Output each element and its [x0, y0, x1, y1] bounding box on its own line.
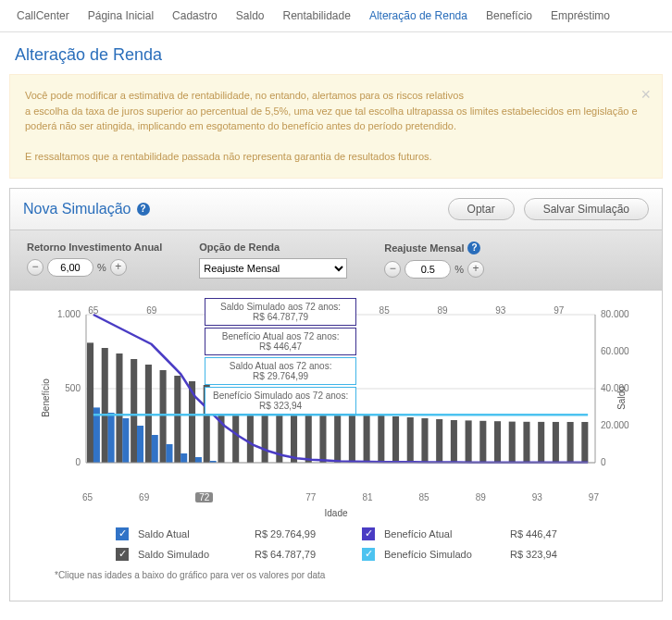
tab-página-inicial[interactable]: Página Inicial — [79, 4, 163, 28]
panel-title: Nova Simulação ? — [23, 201, 150, 217]
help-icon[interactable]: ? — [467, 242, 480, 254]
plus-icon[interactable]: + — [467, 261, 484, 278]
chart-area: 05001.000020.00040.00060.00080.000656973… — [10, 291, 662, 601]
legend-value: R$ 323,94 — [510, 549, 593, 560]
svg-rect-24 — [116, 353, 122, 463]
svg-rect-31 — [166, 444, 172, 463]
tab-empréstimo[interactable]: Empréstimo — [541, 4, 619, 28]
tooltip-stack: Saldo Simulado aos 72 anos:R$ 64.787,79 … — [205, 298, 356, 415]
plus-icon[interactable]: + — [110, 259, 127, 276]
svg-rect-35 — [195, 457, 202, 463]
tooltip-saldo-simulado: Saldo Simulado aos 72 anos:R$ 64.787,79 — [205, 298, 356, 326]
pct-label: % — [454, 264, 464, 275]
close-icon[interactable]: × — [641, 82, 651, 107]
minus-icon[interactable]: − — [27, 259, 44, 276]
alert-line: a escolha da taxa de juros superior ao p… — [25, 104, 647, 134]
svg-rect-64 — [407, 417, 414, 463]
svg-text:500: 500 — [65, 383, 81, 393]
svg-rect-26 — [131, 359, 137, 463]
legend-label: Benefício Simulado — [384, 549, 504, 560]
svg-rect-68 — [436, 419, 442, 463]
retorno-control: Retorno Investimento Anual − % + — [27, 242, 162, 279]
svg-rect-22 — [102, 348, 108, 463]
svg-text:80.000: 80.000 — [601, 309, 629, 319]
tooltip-beneficio-atual: Benefício Atual aos 72 anos:R$ 446,47 — [205, 328, 356, 355]
tab-alteração-de-renda[interactable]: Alteração de Renda — [360, 4, 477, 28]
legend-swatch-beneficio-atual: ✓ — [362, 527, 375, 540]
reajuste-control: Reajuste Mensal ? − % + — [384, 242, 484, 279]
age-tick[interactable]: 69 — [139, 492, 149, 502]
salvar-button[interactable]: Salvar Simulação — [524, 198, 649, 220]
age-ticks-bottom: 656972778185899397 — [32, 492, 640, 502]
age-tick[interactable]: 89 — [476, 492, 486, 502]
pct-label: % — [97, 262, 106, 273]
panel-header: Nova Simulação ? Optar Salvar Simulação — [10, 189, 662, 229]
page-title: Alteração de Renda — [0, 32, 672, 74]
reajuste-input[interactable] — [404, 260, 451, 279]
svg-rect-58 — [364, 415, 370, 463]
svg-rect-76 — [494, 421, 501, 463]
y-left-title: Benefício — [41, 378, 51, 416]
svg-text:1.000: 1.000 — [57, 309, 81, 319]
legend-label: Benefício Atual — [384, 528, 504, 539]
legend-value: R$ 446,47 — [510, 528, 593, 539]
svg-rect-78 — [509, 421, 516, 462]
age-tick[interactable]: 93 — [532, 492, 542, 502]
tab-benefício[interactable]: Benefício — [477, 4, 541, 28]
svg-rect-80 — [523, 421, 529, 462]
retorno-input[interactable] — [47, 258, 93, 277]
svg-text:85: 85 — [380, 305, 391, 316]
svg-rect-23 — [108, 413, 115, 463]
tab-cadastro[interactable]: Cadastro — [163, 4, 227, 28]
svg-text:93: 93 — [495, 305, 506, 316]
age-tick[interactable]: 77 — [305, 492, 316, 502]
legend-value: R$ 29.764,99 — [255, 528, 356, 539]
svg-rect-30 — [160, 370, 167, 463]
svg-rect-29 — [152, 435, 158, 463]
svg-text:89: 89 — [437, 305, 448, 316]
svg-rect-56 — [349, 413, 355, 463]
svg-rect-72 — [466, 420, 472, 463]
opcao-select[interactable]: Reajuste Mensal — [199, 258, 347, 279]
legend-swatch-saldo-simulado: ✓ — [116, 548, 129, 561]
svg-rect-33 — [180, 453, 187, 463]
tab-saldo[interactable]: Saldo — [227, 4, 274, 28]
controls-bar: Retorno Investimento Anual − % + Opção d… — [10, 229, 662, 291]
reajuste-label: Reajuste Mensal ? — [384, 242, 484, 254]
legend: ✓ Saldo Atual R$ 29.764,99 ✓ Benefício A… — [32, 527, 640, 570]
retorno-label: Retorno Investimento Anual — [27, 242, 162, 253]
svg-rect-62 — [392, 416, 399, 463]
alert-line: E ressaltamos que a rentabilidade passad… — [25, 149, 647, 165]
svg-rect-82 — [538, 421, 544, 462]
svg-rect-74 — [479, 420, 486, 462]
legend-label: Saldo Atual — [138, 528, 249, 539]
legend-value: R$ 64.787,79 — [255, 549, 356, 560]
tab-callcenter[interactable]: CallCenter — [7, 4, 79, 28]
age-tick[interactable]: 97 — [589, 492, 599, 502]
opcao-label: Opção de Renda — [199, 242, 347, 253]
tooltip-beneficio-simulado: Benefício Simulado aos 72 anos:R$ 323,94 — [205, 387, 356, 415]
svg-rect-32 — [174, 376, 180, 463]
svg-rect-66 — [421, 418, 428, 463]
opcao-control: Opção de Renda Reajuste Mensal — [199, 242, 347, 279]
svg-rect-25 — [122, 418, 129, 463]
svg-rect-52 — [319, 409, 326, 463]
svg-rect-60 — [378, 415, 384, 463]
minus-icon[interactable]: − — [384, 261, 401, 278]
help-icon[interactable]: ? — [137, 203, 150, 216]
age-tick[interactable]: 81 — [362, 492, 372, 502]
x-axis-title: Idade — [32, 508, 640, 518]
legend-label: Saldo Simulado — [138, 549, 249, 560]
age-tick[interactable]: 65 — [82, 492, 93, 502]
panel-buttons: Optar Salvar Simulação — [448, 198, 649, 220]
legend-swatch-beneficio-simulado: ✓ — [362, 548, 375, 561]
age-tick[interactable]: 85 — [419, 492, 429, 502]
svg-rect-20 — [87, 342, 93, 463]
svg-rect-54 — [334, 411, 341, 463]
y-right-title: Saldo — [616, 385, 627, 409]
age-tick[interactable]: 72 — [195, 492, 213, 502]
optar-button[interactable]: Optar — [448, 198, 515, 220]
tab-rentabilidade[interactable]: Rentabilidade — [274, 4, 360, 28]
tooltip-saldo-atual: Saldo Atual aos 72 anos:R$ 29.764,99 — [205, 357, 356, 385]
svg-rect-70 — [451, 420, 457, 463]
